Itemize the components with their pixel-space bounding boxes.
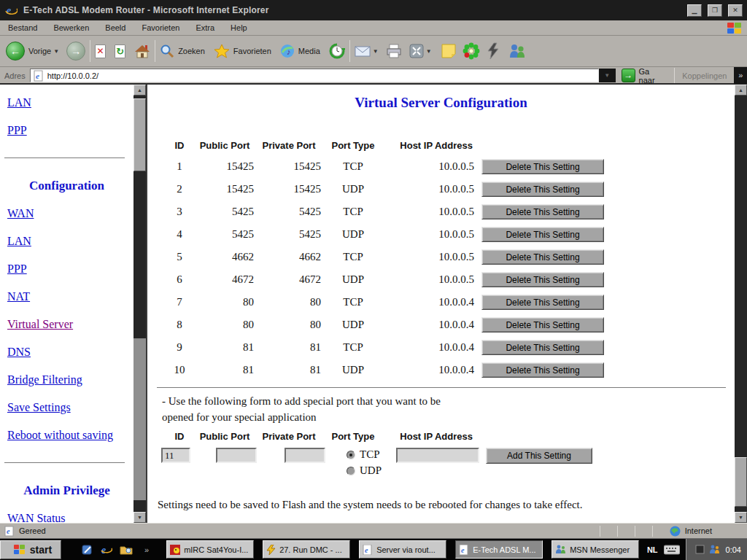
- messenger-button[interactable]: [508, 43, 527, 59]
- status-pane-separator: [652, 526, 653, 537]
- form-header-private-port: Private Port: [255, 431, 322, 442]
- cell-port-type: TCP: [322, 341, 384, 354]
- delete-setting-button[interactable]: Delete This Setting: [481, 362, 604, 378]
- sidebar-item-lan-top[interactable]: LAN: [0, 89, 133, 117]
- search-button[interactable]: Zoeken: [160, 44, 205, 58]
- delete-setting-button[interactable]: Delete This Setting: [481, 340, 604, 355]
- delete-setting-button[interactable]: Delete This Setting: [481, 159, 604, 174]
- scrollbar-thumb[interactable]: [133, 98, 146, 171]
- sidebar-item-lan[interactable]: LAN: [0, 228, 133, 255]
- lightning-button[interactable]: [486, 42, 500, 60]
- form-instructions-line2: opened for your special application: [162, 409, 735, 425]
- address-input[interactable]: e http://10.0.0.2/: [30, 69, 599, 82]
- delete-setting-button[interactable]: Delete This Setting: [481, 317, 604, 332]
- delete-setting-button[interactable]: Delete This Setting: [481, 272, 604, 287]
- form-header-id: ID: [165, 431, 194, 442]
- sidebar-item-ppp[interactable]: PPP: [0, 255, 133, 283]
- delete-setting-button[interactable]: Delete This Setting: [481, 227, 604, 242]
- sidebar-item-nat[interactable]: NAT: [0, 283, 133, 311]
- keyboard-icon[interactable]: [664, 545, 680, 555]
- status-pane-separator: [617, 526, 618, 537]
- delete-setting-button[interactable]: Delete This Setting: [481, 182, 604, 197]
- scrollbar-track[interactable]: [133, 338, 146, 500]
- show-desktop-icon[interactable]: [82, 544, 93, 556]
- minimize-button[interactable]: ▁: [687, 4, 702, 17]
- udp-radio[interactable]: [347, 467, 355, 475]
- public-port-field[interactable]: [216, 448, 257, 463]
- links-label[interactable]: Koppelingen: [682, 71, 727, 80]
- menu-favorieten[interactable]: Favorieten: [133, 23, 187, 32]
- icq-button[interactable]: [462, 42, 480, 60]
- main-scrollbar[interactable]: ▲ ▼: [735, 85, 747, 523]
- host-ip-field[interactable]: [396, 448, 479, 463]
- scroll-up-button[interactable]: ▲: [133, 85, 146, 96]
- back-dropdown-icon[interactable]: ▼: [53, 48, 59, 55]
- delete-setting-button[interactable]: Delete This Setting: [481, 249, 604, 265]
- window-title: E-Tech ADSL Modem Router - Microsoft Int…: [23, 5, 269, 15]
- sidebar-item-reboot[interactable]: Reboot without saving: [0, 421, 133, 449]
- resize-button[interactable]: ▼: [409, 44, 435, 58]
- tray-app-icon[interactable]: [695, 545, 705, 554]
- favorites-star-icon: [214, 44, 230, 58]
- sidebar-item-bridge-filtering[interactable]: Bridge Filtering: [0, 366, 133, 394]
- col-header-private-port: Private Port: [255, 140, 322, 151]
- start-button[interactable]: start: [0, 540, 61, 559]
- sidebar-item-dns[interactable]: DNS: [0, 338, 133, 366]
- scroll-down-button[interactable]: ▼: [735, 512, 747, 523]
- msn-tray-icon[interactable]: [709, 545, 720, 554]
- menu-bestand[interactable]: Bestand: [0, 23, 45, 32]
- sidebar-scrollbar[interactable]: ▲ ▼: [133, 85, 146, 523]
- cell-public-port: 15425: [194, 160, 255, 173]
- menu-extra[interactable]: Extra: [187, 23, 222, 32]
- back-button[interactable]: ← Vorige ▼: [6, 42, 62, 61]
- print-button[interactable]: [386, 44, 402, 58]
- sidebar-item-wan[interactable]: WAN: [0, 200, 133, 228]
- ie-quicklaunch-icon[interactable]: e: [101, 544, 112, 556]
- resize-dropdown-icon[interactable]: ▼: [426, 48, 432, 55]
- language-indicator[interactable]: NL: [647, 545, 658, 554]
- cell-id: 2: [165, 183, 194, 195]
- taskbar-button-etech-active[interactable]: e E-Tech ADSL M...: [455, 540, 543, 559]
- menu-beeld[interactable]: Beeld: [97, 23, 133, 32]
- address-dropdown-button[interactable]: ▼: [599, 69, 616, 82]
- delete-setting-button[interactable]: Delete This Setting: [481, 204, 604, 219]
- taskbar-button-mirc[interactable]: mIRC Sat4You-I...: [166, 540, 254, 559]
- menu-bewerken[interactable]: Bewerken: [45, 23, 97, 32]
- folder-icon[interactable]: [120, 544, 133, 555]
- clock[interactable]: 0:04: [726, 545, 741, 554]
- close-button[interactable]: ✕: [728, 4, 743, 17]
- taskbar-button-msn[interactable]: MSN Messenger: [551, 540, 639, 559]
- id-field[interactable]: [161, 448, 190, 463]
- scroll-down-button[interactable]: ▼: [133, 512, 146, 523]
- mail-button[interactable]: ▼: [355, 45, 382, 57]
- tcp-radio[interactable]: [347, 451, 355, 459]
- mail-dropdown-icon[interactable]: ▼: [373, 48, 379, 55]
- sidebar-item-wan-status[interactable]: WAN Status: [0, 505, 133, 523]
- menu-help[interactable]: Help: [222, 23, 255, 32]
- sidebar-item-ppp-top[interactable]: PPP: [0, 117, 133, 144]
- home-button[interactable]: [134, 44, 150, 58]
- media-button[interactable]: ♪ Media: [280, 44, 320, 58]
- scrollbar-thumb[interactable]: [735, 457, 747, 507]
- stop-button[interactable]: ✕: [95, 44, 106, 58]
- taskbar-button-winamp[interactable]: 27. Run DMC - ...: [263, 540, 350, 559]
- add-setting-button[interactable]: Add This Setting: [486, 448, 592, 464]
- forward-button[interactable]: →: [66, 42, 85, 61]
- quicklaunch-chevron[interactable]: »: [144, 545, 149, 554]
- sidebar-item-save-settings[interactable]: Save Settings: [0, 394, 133, 421]
- taskbar-button-server[interactable]: e Server via rout...: [359, 540, 446, 559]
- refresh-button[interactable]: ↻: [115, 44, 125, 58]
- sidebar-item-virtual-server[interactable]: Virtual Server: [0, 311, 133, 338]
- private-port-field[interactable]: [285, 448, 325, 463]
- clock-panel: 0:04: [686, 539, 747, 560]
- delete-setting-button[interactable]: Delete This Setting: [481, 295, 604, 310]
- links-chevron[interactable]: »: [734, 67, 747, 84]
- notes-button[interactable]: [441, 43, 457, 59]
- scroll-up-button[interactable]: ▲: [735, 85, 747, 96]
- msn-people-icon: [508, 43, 527, 59]
- go-icon[interactable]: →: [622, 69, 635, 82]
- go-label[interactable]: Ga naar: [639, 67, 667, 85]
- maximize-button[interactable]: ❐: [708, 4, 722, 17]
- history-button[interactable]: [329, 43, 345, 59]
- favorites-button[interactable]: Favorieten: [214, 44, 271, 58]
